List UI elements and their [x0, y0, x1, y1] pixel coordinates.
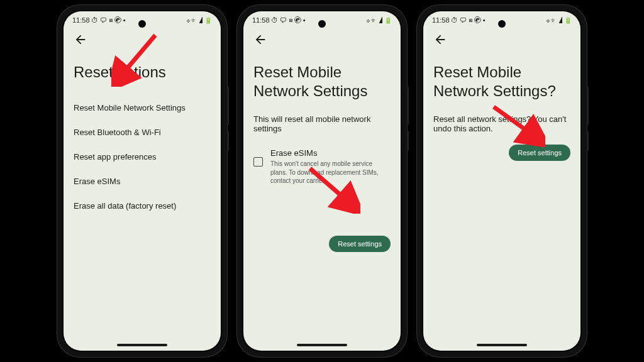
item-reset-bluetooth-wifi[interactable]: Reset Bluetooth & Wi-Fi: [74, 120, 211, 145]
phone-mockup-2: 11:58 ⏱ 🗩 ▣ ✆ • ⊝ ᯤ ◢ 🔋 Reset Mobile Net…: [237, 5, 407, 357]
item-erase-esims[interactable]: Erase eSIMs: [74, 169, 211, 194]
description: This will reset all mobile network setti…: [253, 114, 391, 133]
status-right-icons: ⊝ ᯤ ◢ 🔋: [367, 17, 392, 24]
annotation-arrow: [489, 102, 545, 147]
item-erase-all-data[interactable]: Erase all data (factory reset): [74, 194, 211, 218]
status-left-icons: ⏱ 🗩 ▣ ✆ •: [91, 16, 126, 24]
svg-line-1: [120, 35, 155, 77]
status-time: 11:58: [72, 16, 90, 24]
page-title: Reset Mobile Network Settings?: [433, 63, 570, 101]
erase-esims-checkbox[interactable]: [253, 157, 263, 167]
status-time: 11:58: [252, 16, 270, 24]
volume-button: [587, 87, 589, 124]
nav-handle[interactable]: [477, 344, 527, 346]
status-left-icons: ⏱ 🗩 ▣ ✆ •: [451, 16, 486, 24]
back-arrow-icon: [74, 33, 87, 47]
annotation-arrow: [304, 163, 360, 214]
item-reset-app-prefs[interactable]: Reset app preferences: [74, 145, 211, 169]
power-button: [227, 131, 229, 151]
power-button: [587, 131, 589, 151]
phone-mockup-3: 11:58 ⏱ 🗩 ▣ ✆ • ⊝ ᯤ ◢ 🔋 Reset Mobile Net…: [417, 5, 587, 357]
back-arrow-icon: [433, 33, 447, 47]
nav-handle[interactable]: [297, 344, 347, 346]
camera-hole: [498, 20, 506, 28]
camera-hole: [318, 20, 326, 28]
status-right-icons: ⊝ ᯤ ◢ 🔋: [187, 17, 212, 24]
status-time: 11:58: [432, 16, 450, 24]
volume-button: [227, 87, 229, 124]
item-reset-mobile-network[interactable]: Reset Mobile Network Settings: [74, 96, 211, 120]
back-button[interactable]: [423, 26, 580, 53]
phone-mockup-1: 11:58 ⏱ 🗩 ▣ ✆ • ⊝ ᯤ ◢ 🔋 Reset options Re…: [57, 5, 227, 357]
status-right-icons: ⊝ ᯤ ◢ 🔋: [547, 17, 572, 24]
volume-button: [407, 87, 409, 124]
page-title: Reset Mobile Network Settings: [253, 63, 391, 101]
back-button[interactable]: [243, 26, 401, 53]
option-title: Erase eSIMs: [270, 148, 391, 158]
nav-handle[interactable]: [117, 344, 167, 346]
reset-settings-button[interactable]: Reset settings: [329, 236, 391, 252]
camera-hole: [138, 20, 146, 28]
svg-line-3: [310, 168, 349, 202]
status-left-icons: ⏱ 🗩 ▣ ✆ •: [271, 16, 306, 24]
annotation-arrow: [111, 30, 162, 87]
svg-line-5: [494, 107, 534, 136]
back-arrow-icon: [253, 33, 267, 47]
power-button: [407, 131, 409, 151]
